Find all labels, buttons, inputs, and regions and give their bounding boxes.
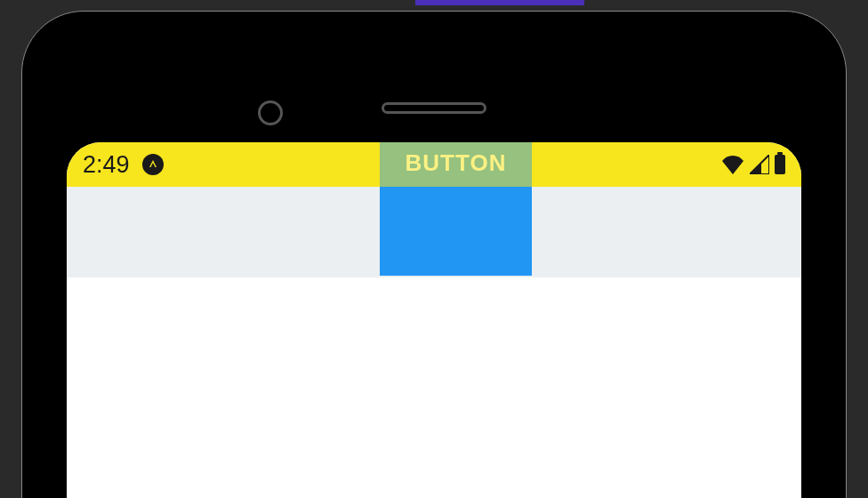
tab-indicator: [415, 0, 584, 5]
wifi-icon: [721, 155, 744, 174]
signal-icon: [750, 155, 769, 174]
device-frame: 2:49: [21, 11, 847, 498]
app-icon: [142, 154, 164, 175]
content-area: [67, 277, 801, 498]
speaker-slot: [382, 102, 486, 114]
status-time: 2:49: [83, 151, 130, 179]
status-right-cluster: [721, 155, 785, 174]
button-label: BUTTON: [406, 149, 507, 177]
battery-icon: [775, 155, 785, 174]
camera-hole: [258, 100, 283, 125]
floating-button[interactable]: BUTTON: [380, 142, 532, 276]
device-screen: 2:49: [67, 142, 801, 498]
